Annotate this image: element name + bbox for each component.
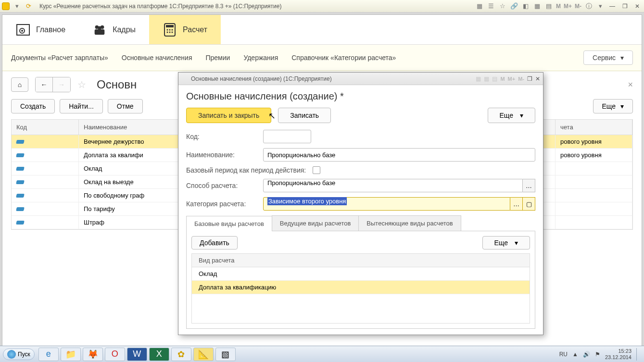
modal-maximize-button[interactable]: ❐ xyxy=(527,75,532,82)
ie-icon[interactable]: e xyxy=(38,348,59,361)
baseperiod-label: Базовый период как период действия: xyxy=(186,166,306,174)
row-icon xyxy=(16,207,25,211)
inner-row[interactable]: Оклад xyxy=(192,267,530,281)
m-icon[interactable]: M xyxy=(500,76,505,82)
modal-close-button[interactable]: ✕ xyxy=(535,75,540,82)
refresh-icon[interactable]: ⟳ xyxy=(24,2,33,11)
toolbar-icon[interactable]: ▦ xyxy=(476,75,481,82)
tab-more-button[interactable]: Еще ▾ xyxy=(482,236,530,250)
svg-point-11 xyxy=(172,29,173,30)
tab-base-types[interactable]: Базовые виды расчетов xyxy=(186,216,272,231)
minimize-button[interactable]: — xyxy=(607,2,617,10)
app-logo-icon xyxy=(2,2,10,10)
windows-orb-icon xyxy=(7,350,16,359)
home-button[interactable]: ⌂ xyxy=(11,77,28,92)
cancel-button[interactable]: Отме xyxy=(108,99,143,113)
opera-icon[interactable]: O xyxy=(105,348,125,361)
favorite-icon[interactable]: ☆ xyxy=(77,79,86,90)
service-dropdown[interactable]: Сервис ▾ xyxy=(583,50,633,65)
more-label: Еще xyxy=(500,112,514,119)
toolbar-icon[interactable]: ◧ xyxy=(521,2,530,11)
dropdown-icon[interactable]: ▾ xyxy=(596,2,605,11)
explorer-icon[interactable]: 📁 xyxy=(61,348,81,361)
home-gear-icon xyxy=(16,23,30,37)
m-plus-icon[interactable]: M+ xyxy=(564,3,572,10)
svg-point-10 xyxy=(169,29,171,30)
m-icon[interactable]: M xyxy=(556,3,561,10)
sub-nav: Документы «Расчет зарплаты» Основные нач… xyxy=(2,45,642,71)
app-icon[interactable]: 📐 xyxy=(193,348,214,361)
name-input[interactable] xyxy=(263,148,535,162)
name-label: Наименование: xyxy=(186,151,263,159)
save-button[interactable]: Записать xyxy=(278,108,331,123)
more-button[interactable]: Еще ▾ xyxy=(593,99,633,113)
excel-icon[interactable]: X xyxy=(149,348,169,361)
calc-icon[interactable]: ▦ xyxy=(484,75,489,82)
row-icon xyxy=(16,221,25,225)
close-page-icon[interactable]: × xyxy=(628,80,633,90)
dropdown-icon[interactable]: ▾ xyxy=(13,2,21,11)
calc-icon[interactable]: ▦ xyxy=(533,2,542,11)
service-label: Сервис xyxy=(593,54,616,62)
create-button[interactable]: Создать xyxy=(11,99,55,113)
nav-item-basic[interactable]: Основные начисления xyxy=(122,54,192,62)
find-button[interactable]: Найти... xyxy=(60,99,103,113)
nav-item-deductions[interactable]: Удержания xyxy=(243,54,278,62)
m-minus-icon[interactable]: M- xyxy=(518,76,524,82)
app-icon[interactable]: ✿ xyxy=(171,348,191,361)
maximize-button[interactable]: ❐ xyxy=(620,2,630,10)
tray-icon[interactable]: ⚑ xyxy=(595,351,600,358)
row-icon xyxy=(16,167,25,171)
save-close-button[interactable]: Записать и закрыть xyxy=(186,108,271,123)
nav-item-docs[interactable]: Документы «Расчет зарплаты» xyxy=(11,54,108,62)
calendar-icon[interactable]: ▤ xyxy=(544,2,553,11)
col-code[interactable]: Код xyxy=(12,120,79,135)
add-button[interactable]: Добавить xyxy=(191,236,238,250)
back-button[interactable]: ← xyxy=(36,77,53,92)
row-icon xyxy=(16,140,25,144)
app-titlebar: ▾ ⟳ Курс «Решение расчетных задач на пла… xyxy=(0,0,644,12)
inner-table-header[interactable]: Вид расчета xyxy=(192,254,530,267)
toolbar-icon[interactable]: ▦ xyxy=(475,2,484,11)
nav-item-bonuses[interactable]: Премии xyxy=(205,54,230,62)
forward-button[interactable]: → xyxy=(53,77,70,92)
start-button[interactable]: Пуск xyxy=(3,349,35,360)
tab-hr[interactable]: Кадры xyxy=(79,15,149,44)
m-minus-icon[interactable]: M- xyxy=(575,3,581,10)
m-plus-icon[interactable]: M+ xyxy=(508,76,516,82)
modal-more-button[interactable]: Еще ▾ xyxy=(488,108,536,123)
tab-displacing-types[interactable]: Вытесняющие виды расчетов xyxy=(358,215,461,231)
col-cat[interactable]: чета xyxy=(556,120,632,135)
modal-tabs: Базовые виды расчетов Ведущие виды расче… xyxy=(186,215,535,231)
inner-row[interactable]: Доплата за квалификацию xyxy=(192,281,530,294)
method-input[interactable]: Пропорционально базе xyxy=(263,179,523,192)
sound-icon[interactable]: 🔊 xyxy=(583,351,590,358)
category-input[interactable]: Зависимое второго уровня xyxy=(263,197,510,211)
svg-rect-6 xyxy=(95,29,105,35)
show-desktop[interactable] xyxy=(636,348,641,361)
nav-item-catalog[interactable]: Справочник «Категории расчета» xyxy=(291,54,396,62)
form-row-method: Способ расчета: Пропорционально базе … xyxy=(186,179,535,192)
tab-calc[interactable]: Расчет xyxy=(149,15,221,44)
clock[interactable]: 15:23 23.12.2014 xyxy=(605,348,631,360)
firefox-icon[interactable]: 🦊 xyxy=(83,348,103,361)
svg-point-9 xyxy=(167,29,168,30)
lang-indicator[interactable]: RU xyxy=(559,351,568,358)
toolbar-icon[interactable]: ☰ xyxy=(487,2,495,11)
info-icon[interactable]: ⓘ xyxy=(584,2,593,11)
tab-home[interactable]: Главное xyxy=(2,15,79,44)
tab-leading-types[interactable]: Ведущие виды расчетов xyxy=(272,215,359,231)
star-icon[interactable]: ☆ xyxy=(498,2,507,11)
baseperiod-checkbox[interactable] xyxy=(313,166,320,174)
calendar-icon[interactable]: ▤ xyxy=(492,75,497,82)
nav-arrows: ← → xyxy=(35,77,71,92)
tray-icon[interactable]: ▲ xyxy=(572,351,578,358)
link-icon[interactable]: 🔗 xyxy=(510,2,518,11)
code-input[interactable] xyxy=(263,130,311,143)
close-button[interactable]: ✕ xyxy=(632,2,642,10)
lookup-button[interactable]: … xyxy=(523,179,535,192)
open-button[interactable]: ▢ xyxy=(523,197,535,211)
app-icon[interactable]: ▧ xyxy=(215,348,236,361)
lookup-button[interactable]: … xyxy=(510,197,523,211)
word-icon[interactable]: W xyxy=(127,348,147,361)
